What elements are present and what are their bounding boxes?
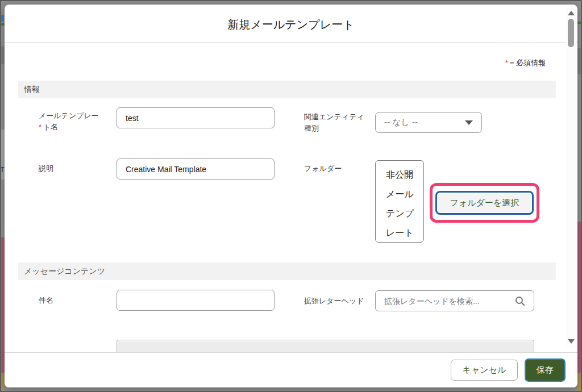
backdrop-sliver	[577, 48, 582, 74]
section-header-info: 情報	[18, 81, 556, 98]
folder-value-line: テンプ	[386, 204, 423, 223]
save-button[interactable]: 保存	[525, 358, 566, 382]
folder-value-line: メール	[386, 185, 423, 204]
caret-down-icon	[465, 120, 473, 125]
folder-select-button[interactable]: フォルダーを選択	[435, 191, 534, 215]
subject-input[interactable]	[117, 290, 275, 311]
backdrop-sliver	[0, 373, 5, 389]
backdrop-sliver	[577, 222, 582, 373]
modal-scrollbar[interactable]	[566, 6, 576, 348]
related-entity-selected-value: -- なし --	[384, 117, 465, 128]
cancel-button[interactable]: キャンセル	[451, 360, 518, 381]
description-input[interactable]	[117, 159, 275, 180]
scroll-up-icon[interactable]	[568, 11, 575, 15]
modal-footer: キャンセル 保存	[5, 352, 577, 387]
folder-value-box: 非公開 メール テンプ レート	[375, 160, 424, 243]
required-note: *= 必須情報	[505, 58, 546, 68]
scrollbar-thumb[interactable]	[568, 19, 574, 47]
backdrop-sliver-icon	[1, 15, 4, 22]
backdrop-sliver	[577, 22, 582, 24]
backdrop-sliver	[577, 373, 582, 392]
backdrop-sliver	[0, 23, 5, 26]
backdrop-sliver	[0, 47, 5, 64]
search-icon	[515, 296, 525, 306]
modal-header: 新規メールテンプレート	[5, 5, 577, 43]
required-asterisk: *	[505, 59, 508, 67]
template-name-label: メールテンプレー *ト名	[39, 110, 113, 133]
subject-label: 件名	[39, 295, 53, 306]
body-editor-partial	[117, 340, 534, 353]
folder-value-line: レート	[386, 223, 423, 243]
letterhead-search-input[interactable]	[375, 290, 534, 311]
description-label: 説明	[39, 163, 53, 174]
template-name-input[interactable]	[117, 107, 275, 128]
required-asterisk: *	[39, 123, 41, 131]
folder-value-line: 非公開	[386, 165, 423, 185]
scroll-down-icon[interactable]	[568, 339, 575, 344]
related-entity-label: 関連エンティティ 種別	[304, 111, 372, 134]
related-entity-combobox[interactable]: -- なし --	[375, 112, 482, 133]
new-email-template-modal: 新規メールテンプレート *= 必須情報 情報 メールテンプレー *ト名 関連エン…	[5, 5, 577, 387]
letterhead-label: 拡張レターヘッド	[304, 295, 364, 307]
backdrop-sliver: T	[0, 130, 5, 180]
section-header-message-content: メッセージコンテンツ	[18, 262, 556, 280]
required-note-text: = 必須情報	[510, 59, 546, 67]
modal-title: 新規メールテンプレート	[5, 17, 577, 32]
folder-label: フォルダー	[304, 163, 342, 174]
backdrop-sliver	[0, 237, 5, 373]
